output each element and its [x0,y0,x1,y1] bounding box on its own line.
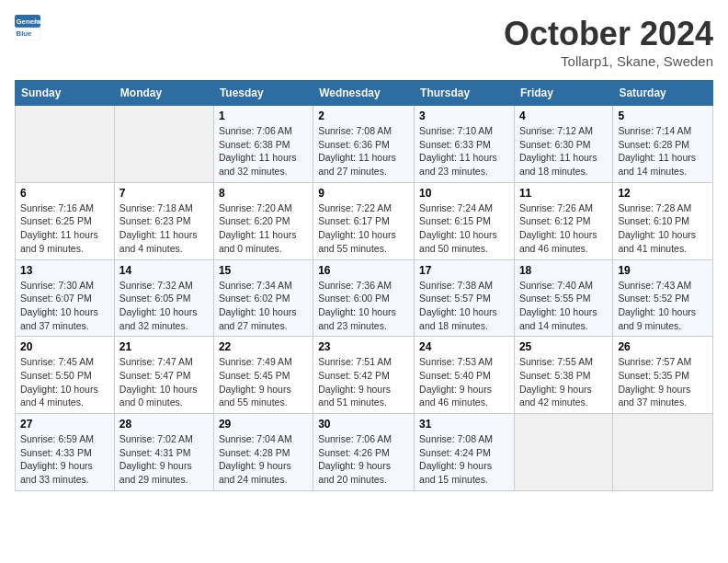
weekday-header: Friday [514,81,612,106]
day-number: 11 [519,187,608,200]
day-number: 6 [20,187,109,200]
calendar-cell: 8Sunrise: 7:20 AMSunset: 6:20 PMDaylight… [213,182,313,259]
calendar-cell: 23Sunrise: 7:51 AMSunset: 5:42 PMDayligh… [313,337,415,414]
day-detail: Sunrise: 7:32 AMSunset: 6:05 PMDaylight:… [119,279,209,333]
day-detail: Sunrise: 7:12 AMSunset: 6:30 PMDaylight:… [519,124,608,178]
day-number: 13 [20,264,109,277]
day-number: 16 [318,264,409,277]
page-header: General Blue October 2024 Tollarp1, Skan… [15,15,713,69]
weekday-header: Tuesday [213,81,313,106]
day-number: 30 [318,418,409,431]
day-number: 12 [618,187,708,200]
calendar-cell: 9Sunrise: 7:22 AMSunset: 6:17 PMDaylight… [313,182,415,259]
calendar-cell [613,414,713,491]
calendar-cell: 5Sunrise: 7:14 AMSunset: 6:28 PMDaylight… [613,106,713,183]
day-detail: Sunrise: 7:14 AMSunset: 6:28 PMDaylight:… [618,124,708,178]
calendar-cell: 25Sunrise: 7:55 AMSunset: 5:38 PMDayligh… [514,337,612,414]
day-number: 7 [119,187,209,200]
calendar-subtitle: Tollarp1, Skane, Sweden [504,53,713,69]
day-number: 15 [219,264,308,277]
day-detail: Sunrise: 7:20 AMSunset: 6:20 PMDaylight:… [219,201,308,256]
day-number: 9 [318,187,409,200]
weekday-header-row: SundayMondayTuesdayWednesdayThursdayFrid… [16,81,713,106]
day-detail: Sunrise: 7:51 AMSunset: 5:42 PMDaylight:… [318,355,409,409]
calendar-cell: 3Sunrise: 7:10 AMSunset: 6:33 PMDaylight… [415,106,515,183]
calendar-cell: 28Sunrise: 7:02 AMSunset: 4:31 PMDayligh… [114,414,213,491]
calendar-cell: 1Sunrise: 7:06 AMSunset: 6:38 PMDaylight… [213,106,313,183]
calendar-cell: 12Sunrise: 7:28 AMSunset: 6:10 PMDayligh… [613,182,713,259]
calendar-cell: 19Sunrise: 7:43 AMSunset: 5:52 PMDayligh… [613,259,713,337]
day-number: 26 [618,340,708,353]
day-detail: Sunrise: 7:38 AMSunset: 5:57 PMDaylight:… [419,279,509,333]
day-detail: Sunrise: 7:06 AMSunset: 4:26 PMDaylight:… [318,432,409,487]
day-detail: Sunrise: 7:49 AMSunset: 5:45 PMDaylight:… [219,355,308,409]
day-number: 25 [519,340,608,353]
calendar-cell: 15Sunrise: 7:34 AMSunset: 6:02 PMDayligh… [213,259,313,337]
day-number: 8 [219,187,308,200]
calendar-cell [114,106,213,183]
day-number: 4 [519,109,608,122]
day-number: 10 [419,187,509,200]
weekday-header: Sunday [16,81,115,106]
day-number: 28 [119,418,209,431]
day-number: 31 [419,418,509,431]
day-detail: Sunrise: 7:08 AMSunset: 4:24 PMDaylight:… [419,432,509,487]
calendar-cell: 27Sunrise: 6:59 AMSunset: 4:33 PMDayligh… [16,414,115,491]
day-number: 21 [119,340,209,353]
weekday-header: Wednesday [313,81,415,106]
calendar-cell [16,106,115,183]
calendar-cell: 17Sunrise: 7:38 AMSunset: 5:57 PMDayligh… [415,259,515,337]
day-number: 14 [119,264,209,277]
calendar-cell: 30Sunrise: 7:06 AMSunset: 4:26 PMDayligh… [313,414,415,491]
calendar-cell: 13Sunrise: 7:30 AMSunset: 6:07 PMDayligh… [16,259,115,337]
calendar-cell: 18Sunrise: 7:40 AMSunset: 5:55 PMDayligh… [514,259,612,337]
weekday-header: Thursday [415,81,515,106]
calendar-cell: 24Sunrise: 7:53 AMSunset: 5:40 PMDayligh… [415,337,515,414]
day-detail: Sunrise: 7:02 AMSunset: 4:31 PMDaylight:… [119,432,209,487]
calendar-week-row: 6Sunrise: 7:16 AMSunset: 6:25 PMDaylight… [16,182,713,259]
day-number: 18 [519,264,608,277]
day-number: 2 [318,109,409,122]
calendar-cell: 22Sunrise: 7:49 AMSunset: 5:45 PMDayligh… [213,337,313,414]
calendar-cell: 4Sunrise: 7:12 AMSunset: 6:30 PMDaylight… [514,106,612,183]
calendar-cell: 16Sunrise: 7:36 AMSunset: 6:00 PMDayligh… [313,259,415,337]
day-detail: Sunrise: 6:59 AMSunset: 4:33 PMDaylight:… [20,432,109,487]
day-number: 1 [219,109,308,122]
day-number: 22 [219,340,308,353]
day-number: 3 [419,109,509,122]
day-number: 29 [219,418,308,431]
day-detail: Sunrise: 7:28 AMSunset: 6:10 PMDaylight:… [618,201,708,256]
day-number: 23 [318,340,409,353]
svg-text:Blue: Blue [17,29,33,38]
logo-icon: General Blue [15,15,40,40]
day-detail: Sunrise: 7:57 AMSunset: 5:35 PMDaylight:… [618,355,708,409]
day-number: 19 [618,264,708,277]
calendar-cell: 7Sunrise: 7:18 AMSunset: 6:23 PMDaylight… [114,182,213,259]
day-number: 17 [419,264,509,277]
calendar-cell: 2Sunrise: 7:08 AMSunset: 6:36 PMDaylight… [313,106,415,183]
calendar-cell: 10Sunrise: 7:24 AMSunset: 6:15 PMDayligh… [415,182,515,259]
day-detail: Sunrise: 7:24 AMSunset: 6:15 PMDaylight:… [419,201,509,256]
calendar-cell: 6Sunrise: 7:16 AMSunset: 6:25 PMDaylight… [16,182,115,259]
day-detail: Sunrise: 7:06 AMSunset: 6:38 PMDaylight:… [219,124,308,178]
day-detail: Sunrise: 7:22 AMSunset: 6:17 PMDaylight:… [318,201,409,256]
calendar-week-row: 1Sunrise: 7:06 AMSunset: 6:38 PMDaylight… [16,106,713,183]
day-number: 27 [20,418,109,431]
calendar-cell: 21Sunrise: 7:47 AMSunset: 5:47 PMDayligh… [114,337,213,414]
calendar-week-row: 27Sunrise: 6:59 AMSunset: 4:33 PMDayligh… [16,414,713,491]
day-detail: Sunrise: 7:40 AMSunset: 5:55 PMDaylight:… [519,279,608,333]
calendar-week-row: 20Sunrise: 7:45 AMSunset: 5:50 PMDayligh… [16,337,713,414]
day-number: 24 [419,340,509,353]
day-number: 20 [20,340,109,353]
day-detail: Sunrise: 7:18 AMSunset: 6:23 PMDaylight:… [119,201,209,256]
svg-text:General: General [17,17,40,26]
day-detail: Sunrise: 7:36 AMSunset: 6:00 PMDaylight:… [318,279,409,333]
calendar-cell: 11Sunrise: 7:26 AMSunset: 6:12 PMDayligh… [514,182,612,259]
day-detail: Sunrise: 7:55 AMSunset: 5:38 PMDaylight:… [519,355,608,409]
weekday-header: Monday [114,81,213,106]
day-detail: Sunrise: 7:10 AMSunset: 6:33 PMDaylight:… [419,124,509,178]
calendar-title: October 2024 [504,15,713,53]
day-detail: Sunrise: 7:04 AMSunset: 4:28 PMDaylight:… [219,432,308,487]
calendar-cell: 29Sunrise: 7:04 AMSunset: 4:28 PMDayligh… [213,414,313,491]
day-detail: Sunrise: 7:16 AMSunset: 6:25 PMDaylight:… [20,201,109,256]
